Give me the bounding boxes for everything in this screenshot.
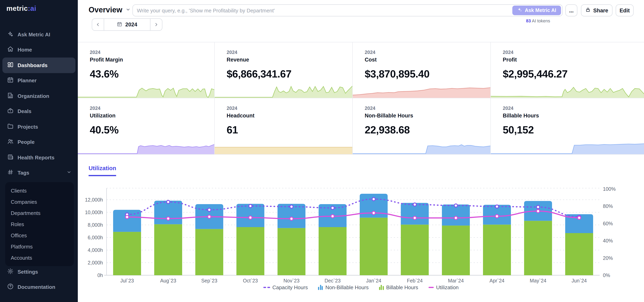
solid-line-icon xyxy=(428,287,434,288)
report-icon xyxy=(7,154,14,161)
svg-text:0%: 0% xyxy=(603,272,610,278)
chart-legend: Capacity Hours Non-Billable Hours Billab… xyxy=(78,284,644,290)
kpi-card-utilization[interactable]: 2024 Utilization 40.5% xyxy=(78,98,214,154)
kpi-card-grid: 2024 Profit Margin 43.6% 2024 Revenue $6… xyxy=(78,42,644,155)
page-title-group[interactable]: Overview xyxy=(88,6,130,14)
sidebar-subitem-clients[interactable]: Clients xyxy=(5,185,74,196)
sidebar-item-health-reports[interactable]: Health Reports xyxy=(2,150,76,165)
sparkles-icon xyxy=(7,31,14,38)
building-icon xyxy=(7,92,14,100)
people-icon xyxy=(7,138,14,146)
legend-label: Billable Hours xyxy=(386,284,418,290)
date-navigator: 2024 xyxy=(92,18,162,31)
sparkles-icon xyxy=(517,7,522,14)
legend-item-billable-hours[interactable]: Billable Hours xyxy=(379,284,418,290)
svg-text:100%: 100% xyxy=(603,186,616,192)
tab-utilization[interactable]: Utilization xyxy=(88,165,116,176)
kpi-value: $6,866,341.67 xyxy=(227,68,352,80)
sidebar-item-label: Home xyxy=(18,47,32,53)
kpi-card-profit-margin[interactable]: 2024 Profit Margin 43.6% xyxy=(78,42,214,98)
next-year-button[interactable] xyxy=(150,19,162,30)
tags-subpanel: Clients Companies Departments Roles Offi… xyxy=(5,182,74,266)
dashboard-icon xyxy=(7,62,14,69)
kpi-period: 2024 xyxy=(503,105,644,111)
search-input[interactable] xyxy=(133,8,512,13)
kpi-card-profit[interactable]: 2024 Profit $2,995,446.27 xyxy=(491,42,644,98)
ask-metric-ai-button[interactable]: Ask Metric AI xyxy=(512,6,561,15)
sidebar-subitem-roles[interactable]: Roles xyxy=(5,218,74,230)
svg-text:Jan`24: Jan`24 xyxy=(366,278,382,283)
svg-text:Mar`24: Mar`24 xyxy=(448,278,464,283)
edit-button[interactable]: Edit xyxy=(616,5,634,16)
kpi-card-billable-hours[interactable]: 2024 Billable Hours 50,152 xyxy=(491,98,644,154)
sidebar-item-label: Settings xyxy=(18,269,38,275)
sidebar-subitem-departments[interactable]: Departments xyxy=(5,207,74,218)
legend-item-utilization[interactable]: Utilization xyxy=(428,284,459,290)
svg-text:Oct`23: Oct`23 xyxy=(243,278,258,283)
sidebar-nav: Ask Metric AI Home Dashboards Planner Or… xyxy=(0,27,78,181)
kpi-period: 2024 xyxy=(365,50,490,55)
kpi-value: $2,995,446.27 xyxy=(503,68,644,80)
chevron-down-icon[interactable] xyxy=(67,170,72,176)
svg-text:Jul`23: Jul`23 xyxy=(120,278,134,283)
sidebar-subitem-companies[interactable]: Companies xyxy=(5,196,74,207)
sidebar-item-home[interactable]: Home xyxy=(2,42,76,58)
sidebar-item-documentation[interactable]: Documentation xyxy=(2,279,76,295)
sidebar-item-people[interactable]: People xyxy=(2,134,76,150)
sidebar-subitem-platforms[interactable]: Platforms xyxy=(5,241,74,252)
dashed-line-icon xyxy=(263,287,270,288)
kpi-card-non-billable-hours[interactable]: 2024 Non-Billable Hours 22,938.68 xyxy=(353,98,490,154)
ai-tokens-status: 83 AI tokens xyxy=(515,18,562,23)
svg-text:Jun`24: Jun`24 xyxy=(572,278,587,283)
query-searchbar: Ask Metric AI xyxy=(132,5,562,16)
briefcase-icon xyxy=(7,108,14,115)
kpi-card-revenue[interactable]: 2024 Revenue $6,866,341.67 xyxy=(215,42,352,98)
sparkline-chart xyxy=(78,141,214,154)
kpi-value: $3,870,895.40 xyxy=(365,68,490,80)
svg-text:Nov`23: Nov`23 xyxy=(284,278,300,283)
sparkline-chart xyxy=(78,84,214,98)
legend-item-non-billable-hours[interactable]: Non-Billable Hours xyxy=(318,284,369,290)
calendar-icon xyxy=(117,21,122,28)
kpi-period: 2024 xyxy=(90,50,214,55)
hash-icon xyxy=(7,169,14,177)
svg-text:8,000h: 8,000h xyxy=(88,222,103,228)
svg-text:40%: 40% xyxy=(603,238,613,243)
calendar-icon xyxy=(7,77,14,85)
svg-text:Apr`24: Apr`24 xyxy=(490,278,504,283)
sidebar-item-label: Tags xyxy=(18,170,29,176)
chevron-down-icon[interactable] xyxy=(126,7,130,14)
more-options-button[interactable]: ... xyxy=(566,5,577,16)
kpi-period: 2024 xyxy=(227,105,352,111)
svg-text:Dec`23: Dec`23 xyxy=(324,278,341,283)
sparkline-chart xyxy=(491,84,644,98)
sidebar-item-ask-metric-ai[interactable]: Ask Metric AI xyxy=(2,27,76,42)
sidebar-item-label: Projects xyxy=(18,124,38,130)
sidebar-subitem-offices[interactable]: Offices xyxy=(5,230,74,241)
kpi-value: 61 xyxy=(227,124,352,136)
sidebar-item-dashboards[interactable]: Dashboards xyxy=(2,58,76,73)
logo-accent: :ai xyxy=(28,5,36,12)
prev-year-button[interactable] xyxy=(92,19,104,30)
svg-text:12,000h: 12,000h xyxy=(85,197,103,202)
sidebar-item-tags[interactable]: Tags xyxy=(2,165,76,181)
sidebar-item-label: Organization xyxy=(18,93,49,99)
tokens-count: 83 xyxy=(526,18,531,23)
svg-text:4,000h: 4,000h xyxy=(88,247,103,253)
kpi-name: Utilization xyxy=(90,113,214,119)
sidebar-item-settings[interactable]: Settings xyxy=(2,264,76,279)
sidebar-item-planner[interactable]: Planner xyxy=(2,73,76,88)
sidebar-item-organization[interactable]: Organization xyxy=(2,88,76,104)
sidebar-subitem-accounts[interactable]: Accounts xyxy=(5,252,74,263)
kpi-period: 2024 xyxy=(503,50,644,55)
legend-label: Capacity Hours xyxy=(272,284,308,290)
share-button[interactable]: Share xyxy=(581,5,612,16)
legend-item-capacity-hours[interactable]: Capacity Hours xyxy=(263,284,308,290)
app-logo: metric:ai xyxy=(6,5,36,13)
year-selector[interactable]: 2024 xyxy=(104,19,150,30)
kpi-card-cost[interactable]: 2024 Cost $3,870,895.40 xyxy=(353,42,490,98)
sidebar-item-deals[interactable]: Deals xyxy=(2,104,76,119)
kpi-name: Revenue xyxy=(227,57,352,63)
sidebar-item-projects[interactable]: Projects xyxy=(2,119,76,134)
kpi-card-headcount[interactable]: 2024 Headcount 61 xyxy=(215,98,352,154)
